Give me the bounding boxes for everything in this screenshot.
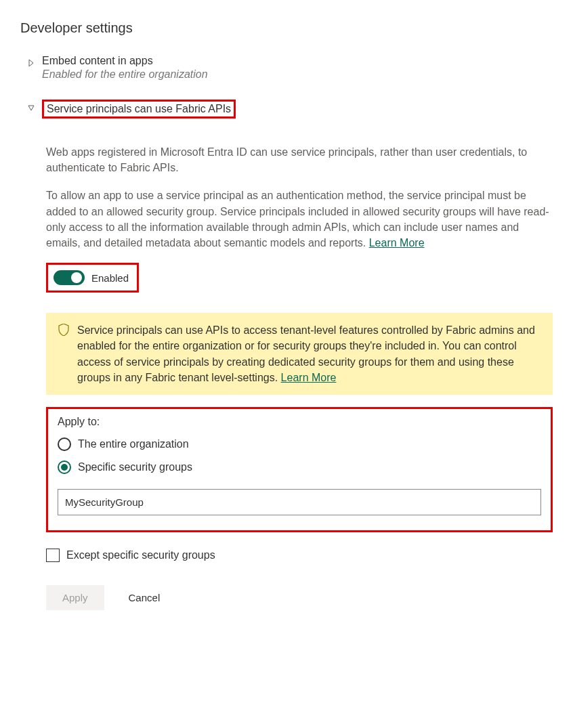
setting-embed-content: Embed content in apps Enabled for the en…	[27, 55, 553, 81]
chevron-right-icon	[27, 59, 35, 67]
setting-title: Embed content in apps	[42, 55, 208, 67]
security-group-input[interactable]	[58, 489, 541, 515]
button-row: Apply Cancel	[46, 585, 553, 610]
learn-more-link[interactable]: Learn More	[369, 237, 425, 249]
setting-body: Web apps registered in Microsoft Entra I…	[46, 144, 553, 610]
apply-to-label: Apply to:	[58, 416, 541, 428]
except-groups-checkbox-row[interactable]: Except specific security groups	[46, 549, 553, 562]
description-paragraph: Web apps registered in Microsoft Entra I…	[46, 144, 553, 175]
apply-to-section: Apply to: The entire organization Specif…	[46, 407, 553, 532]
checkbox-label: Except specific security groups	[66, 549, 215, 561]
checkbox-icon	[46, 549, 60, 562]
apply-button[interactable]: Apply	[46, 585, 104, 610]
radio-specific-security-groups[interactable]: Specific security groups	[58, 461, 541, 474]
setting-header-text: Embed content in apps Enabled for the en…	[42, 55, 208, 81]
enabled-toggle[interactable]	[54, 270, 85, 285]
shield-icon	[58, 324, 69, 338]
learn-more-link[interactable]: Learn More	[281, 372, 337, 383]
radio-icon-selected	[58, 461, 71, 474]
section-title: Developer settings	[20, 20, 553, 36]
toggle-label: Enabled	[91, 272, 129, 284]
radio-inner-dot	[61, 464, 68, 471]
enabled-toggle-row: Enabled	[46, 263, 139, 293]
setting-header[interactable]: Embed content in apps Enabled for the en…	[27, 55, 553, 81]
description-paragraph: To allow an app to use a service princip…	[46, 188, 553, 251]
info-banner-text: Service principals can use APIs to acces…	[77, 322, 540, 385]
radio-label: The entire organization	[78, 438, 189, 450]
setting-service-principals: Service principals can use Fabric APIs W…	[27, 100, 553, 610]
cancel-button[interactable]: Cancel	[129, 585, 177, 610]
info-banner: Service principals can use APIs to acces…	[46, 313, 553, 395]
description-text: To allow an app to use a service princip…	[46, 190, 549, 249]
setting-title: Service principals can use Fabric APIs	[47, 103, 231, 115]
settings-list: Embed content in apps Enabled for the en…	[27, 55, 553, 610]
radio-label: Specific security groups	[78, 461, 192, 473]
setting-header[interactable]: Service principals can use Fabric APIs	[27, 100, 553, 119]
chevron-down-icon	[27, 104, 35, 112]
radio-icon	[58, 437, 71, 451]
highlighted-title: Service principals can use Fabric APIs	[42, 100, 236, 119]
setting-subtitle: Enabled for the entire organization	[42, 68, 208, 81]
radio-entire-organization[interactable]: The entire organization	[58, 437, 541, 451]
toggle-knob	[71, 272, 82, 283]
